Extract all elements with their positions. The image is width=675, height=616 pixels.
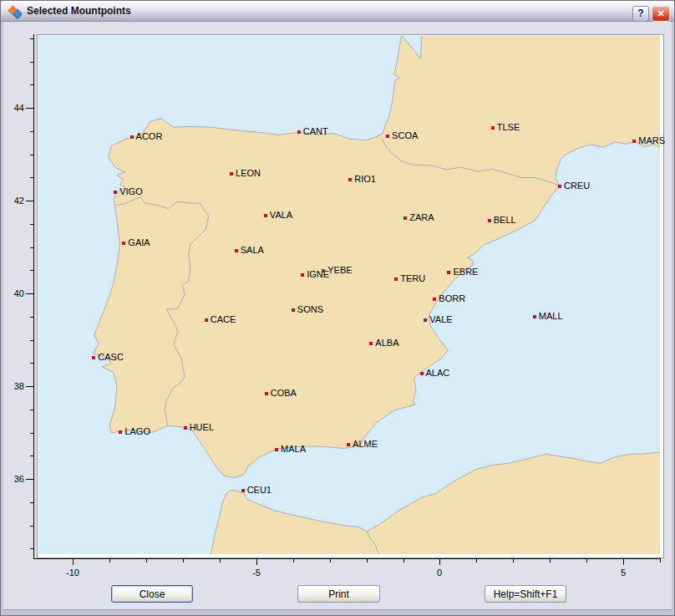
y-minor-tick bbox=[30, 456, 33, 456]
station-label-MALL: MALL bbox=[539, 311, 563, 322]
station-label-ALME: ALME bbox=[353, 439, 378, 450]
station-marker-VALA bbox=[264, 214, 267, 217]
station-label-ACOR: ACOR bbox=[136, 131, 163, 142]
station-marker-GAIA bbox=[122, 242, 125, 245]
titlebar-close-button[interactable]: ✕ bbox=[652, 6, 670, 22]
close-dialog-button[interactable]: Close bbox=[111, 585, 193, 603]
y-minor-tick bbox=[30, 526, 33, 527]
station-label-YEBE: YEBE bbox=[327, 265, 352, 276]
y-axis-line bbox=[33, 34, 34, 559]
station-marker-IGNE bbox=[301, 273, 304, 277]
window-title: Selected Mountpoints bbox=[27, 5, 131, 17]
y-minor-tick bbox=[30, 340, 33, 341]
x-tick-label: -10 bbox=[56, 568, 89, 578]
y-tick-label: 42 bbox=[0, 196, 24, 206]
station-label-BELL: BELL bbox=[494, 215, 516, 226]
station-marker-SALA bbox=[235, 249, 238, 252]
station-marker-ALAC bbox=[420, 372, 424, 375]
station-marker-CASC bbox=[92, 356, 95, 359]
x-minor-tick bbox=[513, 559, 514, 563]
x-minor-tick bbox=[330, 559, 331, 563]
question-mark-icon: ? bbox=[637, 8, 643, 19]
x-minor-tick bbox=[403, 559, 404, 563]
station-label-IGNE: IGNE bbox=[307, 269, 329, 280]
x-axis-line bbox=[33, 558, 661, 559]
x-major-tick bbox=[256, 559, 257, 565]
y-minor-tick bbox=[30, 62, 33, 63]
close-icon: ✕ bbox=[657, 8, 664, 18]
x-minor-tick bbox=[586, 559, 587, 563]
print-button[interactable]: Print bbox=[297, 585, 380, 603]
y-tick-label: 40 bbox=[0, 288, 24, 299]
station-label-EBRE: EBRE bbox=[453, 267, 478, 277]
station-label-CEU1: CEU1 bbox=[247, 485, 272, 496]
station-label-CASC: CASC bbox=[98, 352, 124, 363]
station-marker-LEON bbox=[230, 172, 233, 176]
station-marker-SCOA bbox=[386, 135, 389, 138]
station-label-CREU: CREU bbox=[564, 181, 590, 191]
station-label-RIO1: RIO1 bbox=[354, 174, 376, 185]
y-minor-tick bbox=[30, 155, 33, 155]
y-minor-tick bbox=[30, 410, 33, 410]
station-marker-MARS bbox=[632, 140, 636, 143]
station-marker-SONS bbox=[292, 308, 295, 312]
window-border-bottom-line bbox=[3, 609, 672, 610]
y-minor-tick bbox=[30, 317, 33, 318]
station-label-HUEL: HUEL bbox=[190, 422, 214, 433]
help-shortcut-button[interactable]: Help=Shift+F1 bbox=[485, 585, 566, 603]
station-label-LEON: LEON bbox=[236, 168, 261, 179]
station-label-TLSE: TLSE bbox=[497, 122, 520, 133]
titlebar-help-button[interactable]: ? bbox=[632, 6, 649, 22]
station-label-VALA: VALA bbox=[270, 210, 292, 221]
x-minor-tick bbox=[220, 559, 221, 563]
station-label-ZARA: ZARA bbox=[409, 212, 434, 223]
station-marker-ACOR bbox=[130, 135, 134, 139]
x-minor-tick bbox=[367, 559, 368, 563]
station-marker-CREU bbox=[558, 185, 561, 188]
x-minor-tick bbox=[183, 559, 184, 563]
station-label-ALBA: ALBA bbox=[375, 338, 398, 349]
station-marker-TLSE bbox=[491, 126, 495, 130]
station-marker-VALE bbox=[424, 318, 427, 322]
station-marker-ALBA bbox=[369, 342, 373, 345]
y-major-tick bbox=[26, 201, 33, 201]
station-marker-RIO1 bbox=[348, 178, 352, 181]
titlebar[interactable]: Selected Mountpoints ? ✕ bbox=[1, 1, 674, 22]
y-minor-tick bbox=[30, 38, 33, 39]
y-minor-tick bbox=[30, 131, 33, 132]
y-minor-tick bbox=[30, 548, 33, 549]
y-minor-tick bbox=[30, 247, 33, 248]
x-major-tick bbox=[623, 559, 624, 565]
station-label-SCOA: SCOA bbox=[392, 130, 418, 141]
station-label-VIGO: VIGO bbox=[119, 186, 143, 197]
station-label-BORR: BORR bbox=[439, 293, 465, 304]
x-minor-tick bbox=[109, 559, 110, 563]
station-label-LAGO: LAGO bbox=[124, 426, 150, 437]
y-minor-tick bbox=[30, 502, 33, 503]
window-border-left bbox=[1, 1, 3, 615]
station-marker-LAGO bbox=[119, 430, 122, 434]
station-label-COBA: COBA bbox=[271, 388, 297, 399]
x-tick-label: 0 bbox=[423, 568, 456, 578]
stations-layer: ACORCANTSCOATLSEMARSVIGOLEONRIO1CREUVALA… bbox=[38, 36, 660, 554]
station-label-SALA: SALA bbox=[241, 245, 264, 256]
station-marker-CACE bbox=[205, 318, 208, 322]
station-label-CACE: CACE bbox=[211, 314, 236, 325]
station-marker-COBA bbox=[265, 392, 268, 395]
window-border-bottom bbox=[1, 610, 674, 615]
station-marker-TERU bbox=[394, 277, 398, 281]
station-label-MARS: MARS bbox=[638, 135, 665, 146]
station-marker-BELL bbox=[488, 219, 491, 222]
station-label-VALE: VALE bbox=[429, 314, 452, 325]
station-marker-MALA bbox=[275, 448, 278, 451]
y-minor-tick bbox=[30, 363, 33, 364]
station-label-GAIA: GAIA bbox=[128, 237, 150, 248]
station-label-MALA: MALA bbox=[281, 444, 306, 455]
x-minor-tick bbox=[476, 559, 477, 563]
y-tick-label: 36 bbox=[0, 474, 24, 485]
station-marker-BORR bbox=[433, 298, 436, 301]
station-label-TERU: TERU bbox=[400, 273, 425, 284]
station-marker-CEU1 bbox=[241, 489, 245, 492]
station-marker-MALL bbox=[533, 315, 536, 318]
station-marker-HUEL bbox=[184, 426, 187, 430]
